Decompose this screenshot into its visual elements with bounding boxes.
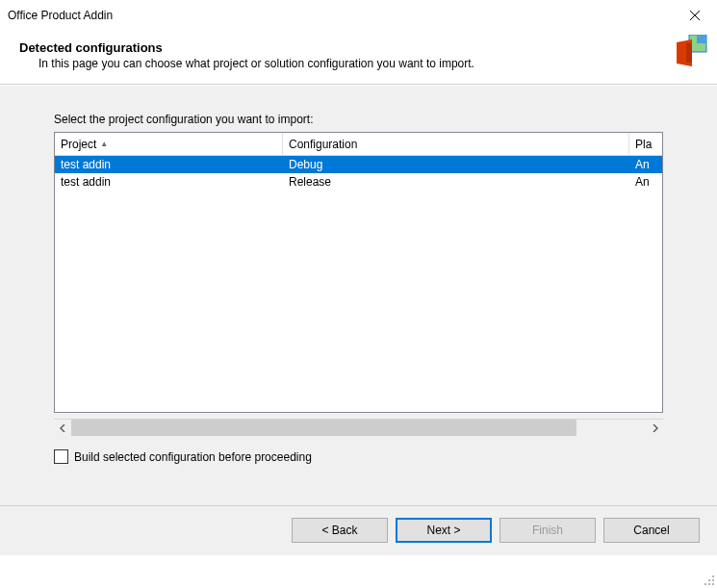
- column-header-platform-label: Pla: [635, 138, 652, 151]
- column-header-configuration[interactable]: Configuration: [283, 133, 629, 155]
- horizontal-scrollbar[interactable]: [54, 419, 663, 436]
- scroll-left-button[interactable]: [54, 420, 71, 436]
- finish-button: Finish: [499, 518, 596, 543]
- svg-rect-3: [697, 35, 706, 43]
- cell-project: test addin: [55, 158, 283, 171]
- table-row[interactable]: test addin Debug An: [55, 156, 662, 173]
- wizard-body: Select the project configuration you wan…: [0, 85, 717, 505]
- build-checkbox-label: Build selected configuration before proc…: [74, 450, 312, 464]
- prompt-label: Select the project configuration you wan…: [54, 113, 663, 126]
- cell-platform: An: [629, 158, 662, 171]
- page-title: Detected configurations: [19, 40, 673, 55]
- titlebar: Office Product Addin: [0, 0, 717, 31]
- column-header-project[interactable]: Project ▲: [55, 133, 283, 155]
- listview-header: Project ▲ Configuration Pla: [55, 133, 662, 156]
- svg-point-5: [712, 575, 714, 577]
- cell-platform: An: [629, 175, 662, 189]
- page-subtitle: In this page you can choose what project…: [19, 57, 673, 70]
- config-listview[interactable]: Project ▲ Configuration Pla test addin D…: [54, 132, 663, 413]
- svg-point-7: [712, 579, 714, 581]
- chevron-left-icon: [60, 424, 66, 432]
- cell-project: test addin: [55, 175, 283, 189]
- scroll-thumb[interactable]: [71, 420, 576, 436]
- column-header-project-label: Project: [61, 138, 96, 151]
- wizard-header: Detected configurations In this page you…: [0, 31, 717, 85]
- chevron-right-icon: [652, 424, 658, 432]
- build-checkbox-row[interactable]: Build selected configuration before proc…: [54, 449, 663, 464]
- scroll-right-button[interactable]: [646, 420, 663, 436]
- wizard-footer: < Back Next > Finish Cancel: [0, 505, 717, 555]
- svg-point-6: [708, 579, 710, 581]
- table-row[interactable]: test addin Release An: [55, 173, 662, 191]
- svg-point-10: [712, 583, 714, 585]
- office-icon: [673, 35, 707, 69]
- svg-point-9: [708, 583, 710, 585]
- column-header-platform[interactable]: Pla: [629, 133, 663, 155]
- cancel-button[interactable]: Cancel: [603, 518, 700, 543]
- svg-point-8: [704, 583, 706, 585]
- column-header-configuration-label: Configuration: [289, 138, 357, 151]
- close-button[interactable]: [682, 3, 707, 28]
- close-icon: [689, 10, 701, 21]
- next-button[interactable]: Next >: [396, 518, 492, 543]
- scroll-track[interactable]: [71, 420, 646, 436]
- svg-rect-4: [686, 43, 692, 63]
- back-button[interactable]: < Back: [292, 518, 388, 543]
- cell-configuration: Debug: [283, 158, 629, 171]
- resize-grip-icon: [704, 575, 715, 586]
- sort-asc-icon: ▲: [100, 140, 108, 148]
- window-title: Office Product Addin: [8, 9, 113, 22]
- build-checkbox[interactable]: [54, 449, 68, 464]
- listview-rows: test addin Debug An test addin Release A…: [55, 156, 662, 191]
- cell-configuration: Release: [283, 175, 629, 189]
